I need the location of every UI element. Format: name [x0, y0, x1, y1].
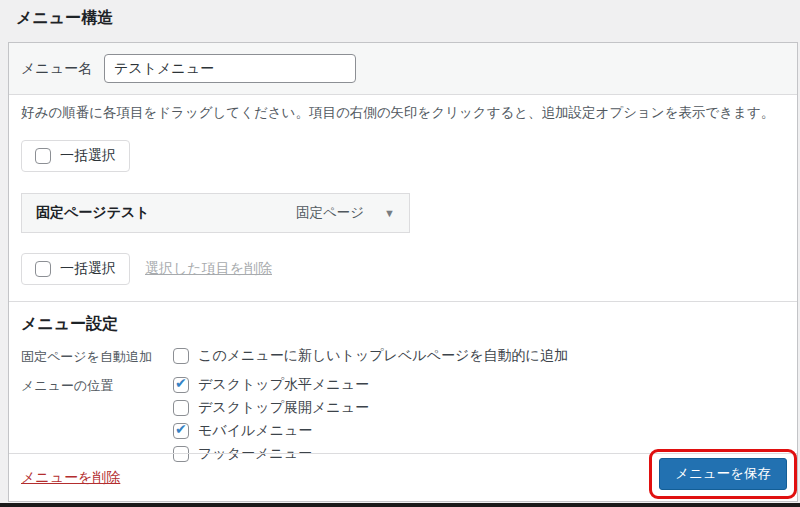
chevron-down-icon[interactable]: ▼	[384, 207, 395, 219]
location-option-label: デスクトップ水平メニュー	[198, 376, 369, 394]
menu-structure-body: 好みの順番に各項目をドラッグしてください。項目の右側の矢印をクリックすると、追加…	[9, 104, 797, 463]
bulk-actions-row: 一括選択 選択した項目を削除	[21, 253, 785, 285]
auto-add-option-label: このメニューに新しいトップレベルページを自動的に追加	[198, 347, 568, 365]
location-checkbox-mobile[interactable]	[173, 423, 189, 439]
annotation-highlight-box: メニューを保存	[649, 449, 797, 499]
bulk-select-top[interactable]: 一括選択	[21, 140, 130, 172]
bulk-select-bottom-checkbox[interactable]	[35, 261, 51, 277]
page-title: メニュー構造	[16, 8, 113, 29]
auto-add-option[interactable]: このメニューに新しいトップレベルページを自動的に追加	[173, 347, 568, 366]
bulk-select-bottom[interactable]: 一括選択	[21, 253, 130, 285]
location-option-label: モバイルメニュー	[198, 422, 312, 440]
menu-item-title: 固定ページテスト	[36, 204, 296, 222]
location-checkbox-desktop-horizontal[interactable]	[173, 377, 189, 393]
major-publishing-actions: メニューを削除 メニューを保存	[9, 453, 797, 501]
auto-add-row: 固定ページを自動追加 このメニューに新しいトップレベルページを自動的に追加	[21, 347, 785, 366]
drag-instructions: 好みの順番に各項目をドラッグしてください。項目の右側の矢印をクリックすると、追加…	[21, 104, 785, 123]
save-menu-button[interactable]: メニューを保存	[659, 458, 787, 490]
location-checkbox-desktop-expanded[interactable]	[173, 400, 189, 416]
bulk-select-top-checkbox[interactable]	[35, 148, 51, 164]
auto-add-checkbox[interactable]	[173, 348, 189, 364]
bulk-select-bottom-label: 一括選択	[60, 260, 116, 278]
remove-selected-link[interactable]: 選択した項目を削除	[145, 260, 272, 278]
menu-name-label: メニュー名	[21, 60, 92, 78]
menu-item-type-label: 固定ページ	[296, 204, 364, 222]
screenshot-bottom-edge	[0, 503, 800, 507]
location-option-desktop-expanded[interactable]: デスクトップ展開メニュー	[173, 399, 369, 417]
auto-add-label: 固定ページを自動追加	[21, 347, 173, 366]
location-option-label: デスクトップ展開メニュー	[198, 399, 369, 417]
menu-name-input[interactable]	[104, 54, 356, 83]
location-option-mobile[interactable]: モバイルメニュー	[173, 422, 369, 440]
display-location-options: デスクトップ水平メニュー デスクトップ展開メニュー モバイルメニュー	[173, 376, 369, 463]
menu-item-row[interactable]: 固定ページテスト 固定ページ ▼	[21, 193, 410, 233]
menu-structure-screen: メニュー構造 メニュー名 好みの順番に各項目をドラッグしてください。項目の右側の…	[0, 0, 800, 507]
location-option-desktop-horizontal[interactable]: デスクトップ水平メニュー	[173, 376, 369, 394]
menu-name-header: メニュー名	[9, 43, 797, 95]
bulk-select-top-label: 一括選択	[60, 147, 116, 165]
menu-settings-section: メニュー設定 固定ページを自動追加 このメニューに新しいトップレベルページを自動…	[9, 301, 797, 463]
menu-settings-title: メニュー設定	[21, 314, 785, 335]
menu-edit-panel: メニュー名 好みの順番に各項目をドラッグしてください。項目の右側の矢印をクリック…	[8, 42, 798, 502]
display-location-label: メニューの位置	[21, 376, 173, 463]
delete-menu-link[interactable]: メニューを削除	[21, 469, 120, 487]
